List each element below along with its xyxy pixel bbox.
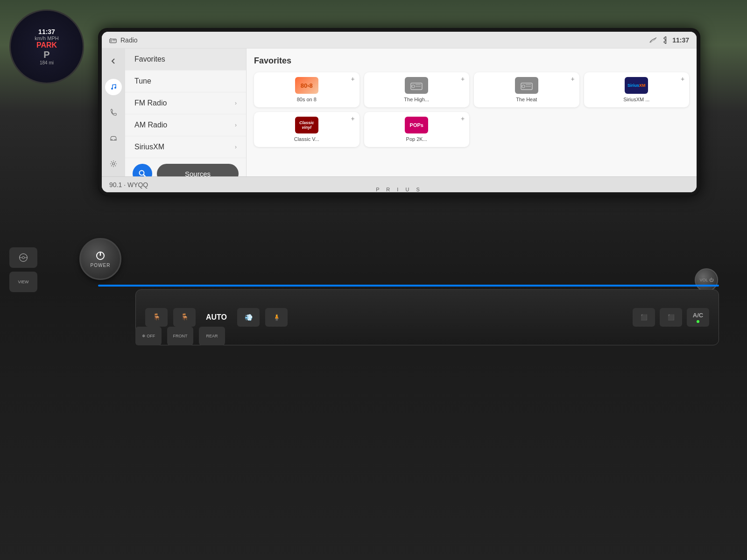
hvac-ac[interactable]: A/C — [687, 308, 709, 327]
hvac-rear[interactable]: REAR — [199, 327, 225, 345]
favorites-heading: Favorites — [254, 56, 689, 66]
steering-wheel-icon — [19, 253, 28, 262]
instrument-cluster: 11:37 km/h MPH PARK P 184 mi — [9, 9, 84, 84]
fav-logo-80s8: 80s8 — [295, 77, 318, 94]
topbar-right: 11:37 — [649, 36, 689, 44]
sources-button[interactable]: Sources — [157, 164, 239, 176]
power-icon — [95, 251, 106, 261]
cluster-speed: km/h MPH — [35, 35, 58, 41]
blue-accent-strip — [98, 285, 719, 287]
hvac-front[interactable]: FRONT — [167, 327, 193, 345]
main-content: Favorites + 80s8 80s on 8 + — [247, 49, 697, 176]
fav-name-vinyl: Classic V... — [294, 136, 319, 142]
volume-knob[interactable]: VOL ⏻ — [695, 268, 718, 292]
infotainment-screen: Radio 11:37 — [102, 32, 697, 192]
hvac-fan[interactable]: 💨 — [237, 308, 260, 327]
radio-icon — [109, 37, 117, 43]
nav-music-icon[interactable] — [105, 79, 122, 95]
signal-icon — [649, 37, 657, 43]
cluster-time: 11:37 — [38, 28, 55, 35]
hvac-defrost-front[interactable]: ⬛ — [660, 308, 682, 327]
fav-card-80s8[interactable]: + 80s8 80s on 8 — [254, 72, 359, 107]
nav-settings-icon[interactable] — [105, 155, 122, 172]
search-button[interactable] — [133, 164, 152, 176]
hvac-off[interactable]: ❄ OFF — [135, 327, 162, 345]
hvac-person[interactable]: 🧍 — [265, 308, 288, 327]
fav-logo-heat — [515, 77, 538, 94]
radio-logo-high — [410, 80, 423, 91]
svg-point-6 — [114, 87, 116, 89]
vol-label: VOL ⏻ — [699, 278, 713, 282]
fm-chevron: › — [235, 100, 237, 106]
fav-name-80s8: 80s on 8 — [297, 97, 317, 103]
hvac-secondary: ❄ OFF FRONT REAR — [135, 327, 225, 345]
svg-point-7 — [111, 139, 113, 140]
sirius-chevron: › — [235, 144, 237, 150]
add-fav-vinyl[interactable]: + — [349, 115, 357, 122]
screen-content: Favorites Tune FM Radio › AM Radio › Sir… — [102, 49, 697, 176]
fav-card-heat[interactable]: + The Heat — [474, 72, 579, 107]
svg-point-13 — [412, 85, 415, 88]
screen-title: Radio — [120, 36, 138, 44]
nav-back-icon[interactable] — [105, 53, 122, 70]
screen-topbar: Radio 11:37 — [102, 32, 697, 49]
fav-card-vinyl[interactable]: + Classicvinyl Classic V... — [254, 112, 359, 147]
cluster-mileage: 184 mi — [40, 60, 54, 65]
hvac-seat-heat-driver[interactable]: 🪑 — [145, 308, 168, 327]
steer-btn-1[interactable] — [9, 247, 37, 268]
screen-bezel: Radio 11:37 — [98, 28, 700, 196]
menu-item-am[interactable]: AM Radio › — [125, 114, 246, 136]
current-station: 90.1 · WYQQ — [109, 181, 148, 189]
fav-card-pop2k[interactable]: + POPs Pop 2K... — [364, 112, 470, 147]
favorites-grid: + 80s8 80s on 8 + — [254, 72, 689, 147]
power-label: POWER — [91, 263, 111, 268]
nav-car-icon[interactable] — [105, 130, 122, 146]
steering-buttons: VIEW — [9, 247, 37, 292]
cluster-park: PARK — [36, 41, 57, 49]
cluster-gear: P — [43, 49, 49, 60]
menu-item-tune[interactable]: Tune — [125, 70, 246, 92]
menu-bottom: Sources — [125, 158, 246, 176]
hvac-defrost-rear[interactable]: ⬛ — [633, 308, 655, 327]
hvac-seat-heat-2[interactable]: 🪑 — [173, 308, 196, 327]
add-fav-high[interactable]: + — [459, 75, 466, 83]
svg-point-1 — [110, 40, 112, 42]
radio-logo-heat — [520, 80, 533, 91]
menu-panel: Favorites Tune FM Radio › AM Radio › Sir… — [125, 49, 247, 176]
fav-card-siriusxm[interactable]: + SiriusXM SiriusXM ... — [584, 72, 690, 107]
am-chevron: › — [235, 122, 237, 128]
fav-logo-vinyl: Classicvinyl — [295, 117, 318, 133]
fav-name-high: The High... — [404, 97, 429, 103]
menu-item-fm[interactable]: FM Radio › — [125, 92, 246, 114]
svg-point-9 — [113, 162, 115, 165]
svg-point-8 — [114, 139, 116, 140]
menu-item-favorites[interactable]: Favorites — [125, 49, 246, 70]
sidebar-nav — [102, 49, 125, 176]
svg-point-23 — [22, 257, 25, 259]
svg-point-17 — [522, 85, 525, 88]
prius-brand-text: P R I U S — [376, 187, 423, 192]
fav-name-pop2k: Pop 2K... — [406, 136, 427, 142]
bluetooth-icon — [662, 36, 668, 44]
add-fav-80s8[interactable]: + — [349, 75, 357, 83]
fav-logo-high — [405, 77, 428, 94]
power-button[interactable]: POWER — [79, 238, 121, 280]
fav-logo-pop2k: POPs — [405, 117, 428, 133]
add-fav-siriusxm[interactable]: + — [679, 75, 686, 83]
add-fav-pop2k[interactable]: + — [459, 115, 466, 122]
add-fav-heat[interactable]: + — [569, 75, 577, 83]
fav-name-heat: The Heat — [516, 97, 537, 103]
topbar-left: Radio — [109, 36, 138, 44]
svg-point-5 — [111, 88, 113, 90]
nav-phone-icon[interactable] — [105, 105, 122, 121]
fav-card-high[interactable]: + The High... — [364, 72, 470, 107]
search-icon — [139, 170, 146, 176]
fav-logo-siriusxm: SiriusXM — [625, 77, 648, 94]
menu-item-siriusxm[interactable]: SiriusXM › — [125, 136, 246, 158]
topbar-time: 11:37 — [672, 36, 689, 44]
fav-name-siriusxm: SiriusXM ... — [623, 97, 649, 103]
steer-btn-view[interactable]: VIEW — [9, 272, 37, 292]
hvac-auto-btn[interactable]: AUTO — [201, 313, 232, 322]
